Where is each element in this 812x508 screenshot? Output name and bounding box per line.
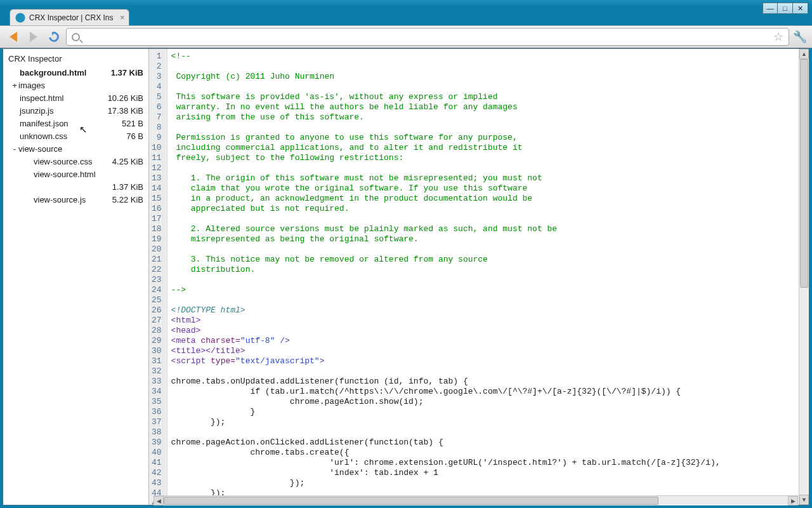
code-line	[171, 427, 721, 438]
file-name: jsunzip.js	[20, 106, 53, 116]
line-number: 30	[152, 346, 164, 356]
code-line: Permission is granted to anyone to use t…	[171, 133, 721, 143]
window-titlebar	[0, 0, 812, 6]
file-inspect-html[interactable]: inspect.html10.26 KiB	[8, 91, 143, 104]
code-line: 1. The origin of this software must not …	[171, 173, 721, 184]
code-line: distribution.	[171, 265, 721, 275]
code-line: freely, subject to the following restric…	[171, 153, 721, 163]
folder-images[interactable]: + images	[8, 79, 143, 91]
bookmark-star-icon[interactable]: ☆	[773, 30, 783, 44]
file-size: 1.37 KiB	[107, 68, 143, 77]
tab-title: CRX Inspector | CRX Ins	[29, 13, 114, 22]
line-number: 39	[152, 438, 164, 448]
folder-view-source[interactable]: - view-source	[8, 142, 143, 155]
code-line: <head>	[171, 326, 721, 336]
line-number: 21	[152, 255, 164, 265]
scroll-left-icon[interactable]: ◀	[154, 496, 164, 505]
scroll-down-icon[interactable]: ▼	[799, 495, 809, 505]
line-number: 35	[152, 397, 164, 407]
browser-toolbar: ☆ 🔧	[0, 25, 812, 48]
source-code-view: 1234567891011121314151617181920212223242…	[149, 49, 799, 505]
line-number: 12	[152, 163, 164, 173]
reload-button[interactable]	[46, 29, 62, 45]
file-view-source-css[interactable]: view-source.css4.25 KiB	[8, 155, 143, 168]
line-number: 33	[152, 377, 164, 387]
line-number: 42	[152, 468, 164, 478]
file-unknown-css[interactable]: unknown.css76 B	[8, 130, 143, 142]
back-button[interactable]	[5, 29, 22, 45]
window-maximize-button[interactable]: □	[778, 3, 793, 14]
code-line: <script type="text/javascript">	[171, 356, 721, 366]
line-number: 26	[152, 305, 164, 316]
file-manifest-json[interactable]: manifest.json521 B	[8, 117, 143, 130]
tab-close-icon[interactable]: ×	[120, 13, 125, 22]
line-number: 25	[152, 295, 164, 305]
tab-strip: CRX Inspector | CRX Ins ×	[0, 6, 812, 25]
code-line	[171, 82, 721, 92]
window-close-button[interactable]: ✕	[793, 3, 808, 14]
code-line: This software is provided 'as-is', witho…	[171, 92, 721, 102]
scroll-up-icon[interactable]: ▲	[799, 49, 809, 59]
line-number: 8	[152, 123, 164, 133]
code-line: 3. This notice may not be removed or alt…	[171, 255, 721, 265]
file-background-html[interactable]: background.html1.37 KiB	[8, 66, 143, 79]
file-size: 1.37 KiB	[108, 182, 143, 192]
file-size: 521 B	[118, 119, 143, 128]
reload-icon	[47, 30, 61, 44]
file-name: view-source.html	[34, 170, 96, 179]
code-line: chrome.pageAction.show(id);	[171, 397, 721, 407]
line-number: 37	[152, 417, 164, 427]
tab-favicon	[15, 13, 25, 23]
file-view-source-html[interactable]: view-source.html	[8, 168, 143, 180]
arrow-left-icon	[10, 32, 17, 42]
scroll-thumb[interactable]	[800, 59, 808, 288]
window-minimize-button[interactable]: —	[763, 3, 778, 14]
code-line: misrepresented as being the original sof…	[171, 234, 721, 244]
scroll-thumb-h[interactable]	[164, 497, 658, 505]
line-number: 7	[152, 112, 164, 123]
wrench-icon: 🔧	[793, 30, 807, 44]
line-number: 10	[152, 143, 164, 153]
vertical-scrollbar[interactable]: ▲ ▼	[799, 49, 809, 505]
code-line: 'index': tab.index + 1	[171, 468, 721, 478]
scroll-track[interactable]	[799, 59, 809, 495]
code-line: });	[171, 478, 721, 488]
code-line: }	[171, 407, 721, 417]
file-tree: CRX Inspector background.html1.37 KiB+ i…	[3, 49, 149, 505]
line-number: 27	[152, 316, 164, 326]
line-number: 43	[152, 478, 164, 488]
forward-button[interactable]	[25, 29, 42, 45]
line-number: 13	[152, 173, 164, 184]
line-number: 23	[152, 275, 164, 285]
code-line	[171, 275, 721, 285]
tree-root[interactable]: CRX Inspector	[8, 54, 143, 64]
code-line: if (tab.url.match(/^https\:\/\/chrome\.g…	[171, 387, 721, 397]
code-line	[171, 366, 721, 377]
scroll-track-h[interactable]	[164, 496, 788, 505]
file-name: unknown.css	[20, 131, 67, 141]
arrow-right-icon	[30, 32, 37, 42]
code-line: <!--	[171, 51, 721, 62]
line-number: 19	[152, 234, 164, 244]
file-size: 17.38 KiB	[104, 106, 143, 116]
address-bar[interactable]: ☆	[66, 28, 789, 46]
code-line: <title></title>	[171, 346, 721, 356]
file-size-row: 1.37 KiB	[8, 180, 143, 193]
scroll-right-icon[interactable]: ▶	[788, 496, 798, 505]
code-line: arising from the use of this software.	[171, 112, 721, 123]
browser-tab[interactable]: CRX Inspector | CRX Ins ×	[10, 9, 129, 25]
file-size: 4.25 KiB	[108, 157, 143, 166]
code-body[interactable]: <!-- Copyright (c) 2011 Juho Nurminen Th…	[167, 49, 724, 505]
window-sys-buttons: — □ ✕	[763, 3, 808, 14]
code-line: 2. Altered source versions must be plain…	[171, 224, 721, 234]
settings-wrench-button[interactable]: 🔧	[793, 30, 807, 44]
file-view-source-js[interactable]: view-source.js5.22 KiB	[8, 193, 143, 206]
code-line: chrome.tabs.onUpdated.addListener(functi…	[171, 377, 721, 387]
line-number: 1	[152, 51, 164, 62]
line-number: 4	[152, 82, 164, 92]
horizontal-scrollbar[interactable]: ◀ ▶	[154, 495, 798, 505]
file-name: view-source.css	[34, 157, 92, 166]
code-line: <meta charset="utf-8" />	[171, 336, 721, 346]
file-jsunzip-js[interactable]: jsunzip.js17.38 KiB	[8, 104, 143, 117]
line-number: 36	[152, 407, 164, 417]
